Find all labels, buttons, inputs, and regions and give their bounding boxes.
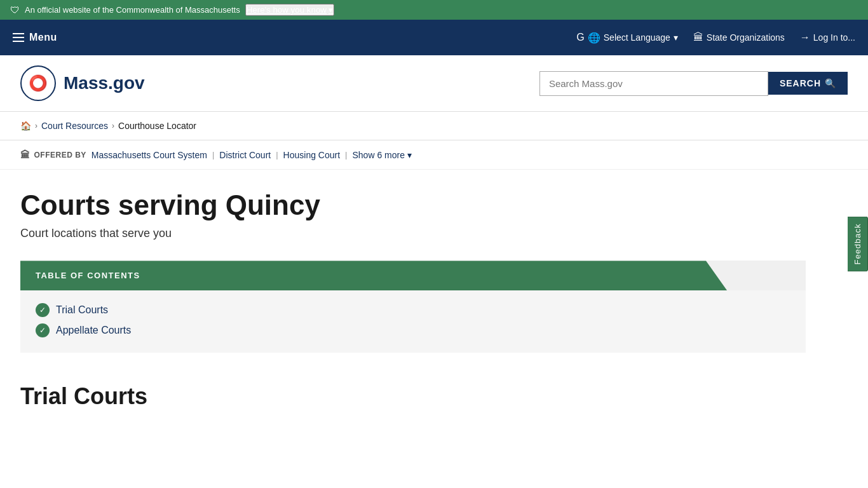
log-in-label: Log In to... bbox=[813, 32, 855, 43]
housing-court-link[interactable]: Housing Court bbox=[283, 150, 341, 160]
official-text: An official website of the Commonwealth … bbox=[25, 5, 240, 15]
top-banner: 🛡 An official website of the Commonwealt… bbox=[0, 0, 868, 20]
search-icon: 🔍 bbox=[825, 78, 836, 88]
menu-button[interactable]: Menu bbox=[13, 32, 57, 43]
toc-check-icon-1: ✓ bbox=[36, 303, 50, 317]
main-nav: Menu G 🌐 Select Language ▾ 🏛 State Organ… bbox=[0, 20, 868, 55]
offered-by-bar: 🏛 OFFERED BY Massachusetts Court System … bbox=[0, 140, 868, 170]
toc-item-appellate-courts[interactable]: ✓ Appellate Courts bbox=[36, 323, 790, 337]
shield-icon: 🛡 bbox=[10, 4, 20, 15]
court-resources-link[interactable]: Court Resources bbox=[41, 121, 108, 131]
logo-text: Mass.gov bbox=[64, 73, 145, 93]
menu-label: Menu bbox=[29, 32, 57, 43]
state-organizations-label: State Organizations bbox=[707, 32, 785, 43]
toc-items: ✓ Trial Courts ✓ Appellate Courts bbox=[20, 290, 806, 353]
show-more-button[interactable]: Show 6 more ▾ bbox=[352, 150, 411, 160]
toc-label-trial-courts: Trial Courts bbox=[56, 304, 108, 316]
toc-container: TABLE OF CONTENTS ✓ Trial Courts ✓ Appel… bbox=[20, 261, 806, 353]
google-translate-button[interactable]: G 🌐 Select Language ▾ bbox=[576, 32, 678, 44]
search-label: SEARCH bbox=[780, 78, 821, 88]
heres-how-label: Here's how you know bbox=[247, 5, 327, 15]
heres-how-button[interactable]: Here's how you know ▾ bbox=[245, 4, 334, 16]
breadcrumb-sep-1: › bbox=[35, 121, 37, 130]
page-title: Courts serving Quincy bbox=[20, 190, 806, 220]
show-more-label: Show 6 more bbox=[352, 150, 404, 160]
offered-by-icon: 🏛 bbox=[20, 149, 31, 160]
page-subtitle: Court locations that serve you bbox=[20, 227, 806, 240]
toc-item-trial-courts[interactable]: ✓ Trial Courts bbox=[36, 303, 790, 317]
toc-header: TABLE OF CONTENTS bbox=[20, 261, 727, 290]
offered-by-sep-2: | bbox=[276, 150, 278, 159]
building-icon: 🏛 bbox=[693, 32, 703, 43]
offered-by-sep-1: | bbox=[212, 150, 214, 159]
main-content: Courts serving Quincy Court locations th… bbox=[0, 170, 826, 353]
search-button[interactable]: SEARCH 🔍 bbox=[768, 72, 848, 95]
courthouse-locator-crumb: Courthouse Locator bbox=[118, 121, 196, 131]
toc-check-icon-2: ✓ bbox=[36, 323, 50, 337]
chevron-down-icon: ▾ bbox=[329, 5, 333, 15]
home-icon: 🏠 bbox=[20, 121, 31, 131]
hamburger-icon bbox=[13, 33, 24, 42]
google-translate-icon: G bbox=[576, 32, 584, 43]
state-organizations-button[interactable]: 🏛 State Organizations bbox=[693, 32, 785, 43]
search-input[interactable] bbox=[539, 71, 768, 96]
feedback-wrapper[interactable]: Feedback bbox=[848, 216, 868, 271]
search-area: SEARCH 🔍 bbox=[539, 71, 848, 96]
chevron-down-icon: ▾ bbox=[407, 150, 412, 160]
toc-header-text: TABLE OF CONTENTS bbox=[36, 271, 140, 280]
home-link[interactable]: 🏠 bbox=[20, 121, 31, 131]
offered-by-sep-3: | bbox=[345, 150, 347, 159]
select-language-label: Select Language bbox=[604, 32, 670, 43]
logo-seal: ⭕ bbox=[20, 65, 56, 101]
log-in-button[interactable]: → Log In to... bbox=[800, 32, 855, 43]
breadcrumb: 🏠 › Court Resources › Courthouse Locator bbox=[0, 112, 868, 140]
offered-by-label: 🏛 OFFERED BY bbox=[20, 149, 86, 160]
feedback-button[interactable]: Feedback bbox=[848, 216, 868, 271]
header-bar: ⭕ Mass.gov SEARCH 🔍 bbox=[0, 55, 868, 112]
massachusetts-court-system-link[interactable]: Massachusetts Court System bbox=[92, 150, 207, 160]
logo-link[interactable]: ⭕ Mass.gov bbox=[20, 65, 145, 101]
breadcrumb-sep-2: › bbox=[112, 121, 114, 130]
district-court-link[interactable]: District Court bbox=[219, 150, 271, 160]
login-icon: → bbox=[800, 32, 810, 43]
globe-icon: 🌐 bbox=[588, 32, 600, 44]
nav-right: G 🌐 Select Language ▾ 🏛 State Organizati… bbox=[576, 32, 855, 44]
chevron-down-icon: ▾ bbox=[674, 32, 678, 43]
toc-label-appellate-courts: Appellate Courts bbox=[56, 325, 131, 336]
trial-courts-section-title: Trial Courts bbox=[0, 353, 868, 410]
